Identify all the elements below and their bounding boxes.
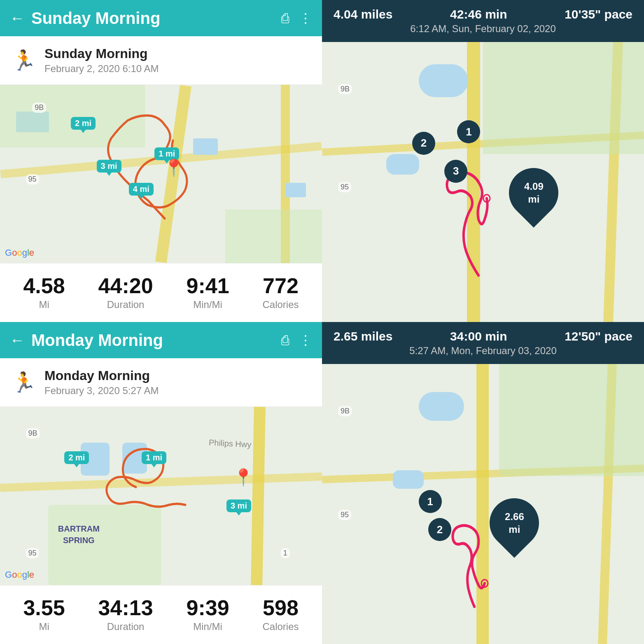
monday-share-icon[interactable]: ⎙ (281, 333, 289, 348)
monday-mile-3: 3 mi (226, 499, 251, 512)
monday-right-header: 2.65 miles 34:00 min 12'50" pace 5:27 AM… (322, 322, 644, 364)
sunday-right-map: 2 1 3 4.09mi 9B 95 (322, 42, 644, 322)
sunday-activity-icon: 🏃 (12, 49, 36, 72)
sunday-road-95: 95 (26, 174, 39, 184)
sunday-header: ← Sunday Morning ⎙ ⋮ (0, 0, 322, 36)
sunday-right-road-95: 95 (338, 182, 351, 192)
monday-duration-label: Duration (107, 621, 145, 632)
sunday-duration-stat: 44:20 Duration (98, 275, 153, 310)
sunday-right-header-stats: 4.04 miles 42:46 min 10'35" pace (334, 7, 632, 21)
monday-right-date: 5:27 AM, Mon, February 03, 2020 (334, 345, 632, 357)
monday-more-icon[interactable]: ⋮ (299, 332, 312, 348)
monday-header-icons: ⎙ ⋮ (281, 332, 312, 348)
sunday-duration-value: 44:20 (98, 275, 153, 296)
sunday-header-icons: ⎙ ⋮ (281, 10, 312, 26)
sunday-right-pace: 10'35" pace (565, 7, 632, 21)
sunday-right-miles: 4.04 miles (334, 7, 392, 21)
sunday-activity-name: Sunday Morning (44, 46, 159, 61)
sunday-destination-pin: 📍 (163, 158, 184, 177)
sunday-right-header: 4.04 miles 42:46 min 10'35" pace 6:12 AM… (322, 0, 644, 42)
monday-pace-value: 9:39 (186, 597, 229, 618)
sunday-activity-date: February 2, 2020 6:10 AM (44, 63, 159, 75)
monday-end-pin: 📍 (233, 468, 254, 487)
sunday-pace-value: 9:41 (186, 275, 229, 296)
monday-right-miles: 2.65 miles (334, 329, 392, 343)
sunday-stats-bar: 4.58 Mi 44:20 Duration 9:41 Min/Mi 772 C… (0, 263, 322, 322)
monday-mile-1: 1 mi (142, 451, 166, 464)
sunday-calories-value: 772 (263, 275, 299, 296)
sunday-right-marker-2: 2 (412, 132, 435, 155)
sunday-distance-value: 4.58 (23, 275, 65, 296)
monday-mile-2: 2 mi (64, 451, 89, 464)
monday-back-button[interactable]: ← (10, 331, 25, 349)
sunday-right-time: 42:46 min (450, 7, 507, 21)
monday-road-1: 1 (281, 548, 290, 558)
monday-big-marker: 2.66mi (490, 498, 539, 548)
monday-right-time: 34:00 min (450, 329, 507, 343)
sunday-title: Sunday Morning (31, 9, 281, 28)
monday-activity-date: February 3, 2020 5:27 AM (44, 385, 159, 397)
monday-distance-label: Mi (39, 621, 49, 632)
sunday-mile-4: 4 mi (129, 183, 154, 196)
sunday-right-marker-3: 3 (444, 160, 467, 183)
monday-title: Monday Morning (31, 331, 281, 350)
sunday-duration-label: Duration (107, 299, 145, 310)
sunday-road-9b: 9B (32, 103, 46, 113)
monday-distance-value: 3.55 (23, 597, 65, 618)
monday-map: Philips Hwy BARTRAMSPRING 2 mi 1 mi 3 mi… (0, 407, 322, 585)
sunday-right-date: 6:12 AM, Sun, February 02, 2020 (334, 23, 632, 35)
monday-activity-info: 🏃 Monday Morning February 3, 2020 5:27 A… (0, 358, 322, 407)
monday-header: ← Monday Morning ⎙ ⋮ (0, 322, 322, 358)
monday-panel: ← Monday Morning ⎙ ⋮ 🏃 Monday Morning Fe… (0, 322, 322, 644)
monday-right-header-stats: 2.65 miles 34:00 min 12'50" pace (334, 329, 632, 343)
monday-right-road-95: 95 (338, 510, 351, 520)
sunday-distance-label: Mi (39, 299, 49, 310)
sunday-more-icon[interactable]: ⋮ (299, 10, 312, 26)
monday-distance-stat: 3.55 Mi (23, 597, 65, 632)
monday-road-9b: 9B (26, 428, 40, 439)
monday-right-panel: 2.65 miles 34:00 min 12'50" pace 5:27 AM… (322, 322, 644, 644)
google-logo-monday: Google (5, 569, 34, 580)
sunday-big-marker: 4.09mi (509, 168, 558, 217)
monday-right-marker-2: 2 (428, 518, 451, 541)
monday-right-map: 1 2 2.66mi 9B 95 (322, 364, 644, 644)
sunday-calories-label: Calories (262, 299, 299, 310)
sunday-share-icon[interactable]: ⎙ (281, 11, 289, 26)
monday-pace-label: Min/Mi (193, 621, 222, 632)
monday-stats-bar: 3.55 Mi 34:13 Duration 9:39 Min/Mi 598 C… (0, 585, 322, 644)
monday-duration-value: 34:13 (98, 597, 153, 618)
monday-activity-name: Monday Morning (44, 368, 159, 383)
sunday-map: 2 mi 3 mi 1 mi 4 mi 📍 9B 95 Google (0, 85, 322, 263)
monday-calories-label: Calories (262, 621, 299, 632)
monday-right-road-9b: 9B (338, 406, 352, 416)
sunday-panel: ← Sunday Morning ⎙ ⋮ 🏃 Sunday Morning Fe… (0, 0, 322, 322)
monday-right-marker-1: 1 (419, 490, 442, 513)
monday-calories-stat: 598 Calories (262, 597, 299, 632)
sunday-pace-stat: 9:41 Min/Mi (186, 275, 229, 310)
sunday-right-panel: 4.04 miles 42:46 min 10'35" pace 6:12 AM… (322, 0, 644, 322)
monday-pace-stat: 9:39 Min/Mi (186, 597, 229, 632)
sunday-back-button[interactable]: ← (10, 9, 25, 27)
sunday-right-road-9b: 9B (338, 84, 352, 94)
sunday-pace-label: Min/Mi (193, 299, 222, 310)
monday-calories-value: 598 (263, 597, 299, 618)
monday-right-pace: 12'50" pace (565, 329, 632, 343)
monday-duration-stat: 34:13 Duration (98, 597, 153, 632)
sunday-mile-3: 3 mi (97, 160, 121, 173)
monday-road-95: 95 (26, 548, 39, 558)
sunday-distance-stat: 4.58 Mi (23, 275, 65, 310)
monday-activity-icon: 🏃 (12, 371, 36, 394)
sunday-mile-2: 2 mi (71, 117, 96, 130)
sunday-activity-info: 🏃 Sunday Morning February 2, 2020 6:10 A… (0, 36, 322, 85)
google-logo-sunday: Google (5, 247, 34, 258)
sunday-calories-stat: 772 Calories (262, 275, 299, 310)
